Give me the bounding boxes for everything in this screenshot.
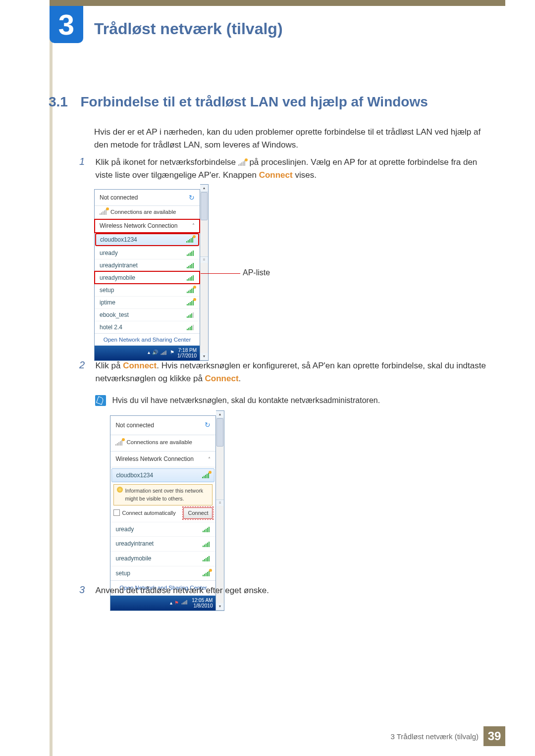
top-bar xyxy=(50,0,505,6)
status-not-connected: Not connected xyxy=(100,194,138,201)
signal-icon xyxy=(115,440,123,446)
signal-icon xyxy=(203,526,211,532)
connect-keyword: Connect xyxy=(123,361,157,370)
step-number: 1 xyxy=(79,156,93,167)
tray-arrow-icon[interactable]: ▴ xyxy=(148,350,150,356)
note-icon xyxy=(95,395,106,406)
signal-icon xyxy=(187,287,195,293)
left-margin-strip xyxy=(50,0,53,756)
connections-available: Connections are available xyxy=(126,438,192,447)
chevron-up-icon: ˄ xyxy=(192,223,195,228)
scroll-down-icon[interactable]: ▾ xyxy=(216,603,224,610)
scrollbar[interactable]: ▴ ≡ ▾ xyxy=(200,184,209,361)
intro-paragraph: Hvis der er et AP i nærheden, kan du ude… xyxy=(94,126,495,151)
ap-item[interactable]: setup xyxy=(95,284,200,296)
scroll-up-icon[interactable]: ▴ xyxy=(216,411,224,418)
ap-item-selected[interactable]: cloudbox1234 xyxy=(111,468,214,483)
callout-line xyxy=(201,273,240,274)
network-icon[interactable] xyxy=(181,599,189,607)
status-not-connected: Not connected xyxy=(115,421,154,430)
flag-icon[interactable]: ⚑ xyxy=(170,350,174,356)
signal-icon xyxy=(186,237,194,243)
refresh-icon[interactable]: ↻ xyxy=(205,420,211,431)
scroll-thumb[interactable] xyxy=(216,418,223,447)
ap-list-callout: AP-liste xyxy=(243,268,270,277)
wifi-popup-2: Not connected ↻ Connections are availabl… xyxy=(110,415,216,610)
action-center-icon[interactable]: ⚑ xyxy=(174,599,179,607)
signal-icon xyxy=(203,570,211,576)
ap-item[interactable]: uready xyxy=(95,247,200,259)
signal-icon xyxy=(187,312,195,318)
ap-item[interactable]: ureadymobile xyxy=(110,551,215,566)
section-title: Forbindelse til et trådløst LAN ved hjæl… xyxy=(80,94,428,109)
signal-icon xyxy=(187,250,195,256)
step1-post2: vises. xyxy=(295,170,316,180)
signal-icon xyxy=(203,541,211,547)
step1-text: Klik på ikonet for netværksforbindelse p… xyxy=(95,156,491,182)
connect-keyword: Connect xyxy=(205,374,239,383)
ap-item-highlighted[interactable]: ureadymobile xyxy=(95,271,200,284)
wireless-section-header[interactable]: Wireless Network Connection ˄ xyxy=(95,219,200,233)
step1-pre: Klik på ikonet for netværksforbindelse xyxy=(95,157,238,167)
system-tray: ▴ 🔊 ⚑ 7:18 PM1/7/2010 xyxy=(95,346,200,360)
connect-auto-checkbox[interactable]: Connect automatically xyxy=(113,509,175,517)
wifi-popup-1: Not connected ↻ Connections are availabl… xyxy=(94,189,200,361)
chevron-up-icon: ˄ xyxy=(208,455,211,463)
scroll-thumb[interactable] xyxy=(201,192,208,220)
connect-keyword: Connect xyxy=(259,170,293,180)
security-warning: Information sent over this network might… xyxy=(113,484,213,505)
section-number: 3.1 xyxy=(49,94,78,110)
scroll-mid-marker: ≡ xyxy=(216,500,224,506)
wireless-section-header[interactable]: Wireless Network Connection ˄ xyxy=(110,452,215,467)
page-number: 39 xyxy=(483,726,505,746)
chapter-title: Trådløst netværk (tilvalg) xyxy=(94,20,283,38)
scroll-up-icon[interactable]: ▴ xyxy=(200,185,208,192)
shield-icon xyxy=(117,487,123,493)
signal-icon xyxy=(100,209,107,215)
ap-item[interactable]: hotel 2.4 xyxy=(95,321,200,333)
chapter-badge: 3 xyxy=(50,6,83,43)
refresh-icon[interactable]: ↻ xyxy=(189,194,195,202)
network-icon[interactable] xyxy=(160,350,168,356)
signal-icon xyxy=(203,555,211,561)
signal-icon xyxy=(202,472,210,478)
speaker-icon[interactable]: 🔊 xyxy=(152,350,158,356)
note-text: Hvis du vil have netværksnøglen, skal du… xyxy=(112,395,380,407)
open-network-center-link[interactable]: Open Network and Sharing Center xyxy=(95,333,200,346)
ap-item[interactable]: iptime xyxy=(95,296,200,308)
scroll-mid-marker: ≡ xyxy=(200,256,208,263)
tray-arrow-icon[interactable]: ▴ xyxy=(170,599,172,607)
step2-text: Klik på Connect. Hvis netværksnøglen er … xyxy=(95,359,491,611)
connections-available: Connections are available xyxy=(110,209,176,215)
step-number: 2 xyxy=(79,359,93,371)
step3-text: Anvend det trådløse netværk efter eget ø… xyxy=(95,584,491,597)
scrollbar[interactable]: ▴ ≡ ▾ xyxy=(216,410,224,610)
signal-icon xyxy=(187,262,195,268)
connect-button[interactable]: Connect xyxy=(183,507,213,519)
network-tray-icon xyxy=(238,157,247,164)
ap-item[interactable]: setup xyxy=(110,566,215,581)
ap-item[interactable]: uready xyxy=(110,522,215,537)
ap-item-selected[interactable]: cloudbox1234 xyxy=(96,234,199,246)
signal-icon xyxy=(187,324,195,330)
ap-item[interactable]: ureadyintranet xyxy=(95,259,200,271)
signal-icon xyxy=(187,275,195,281)
footer-chapter-label: 3 Trådløst netværk (tilvalg) xyxy=(390,732,483,741)
ap-item[interactable]: ebook_test xyxy=(95,308,200,321)
ap-item[interactable]: ureadyintranet xyxy=(110,536,215,551)
system-tray: ▴ ⚑ 12:05 AM1/8/2010 xyxy=(110,596,215,610)
signal-icon xyxy=(187,300,195,305)
step-number: 3 xyxy=(79,584,93,596)
